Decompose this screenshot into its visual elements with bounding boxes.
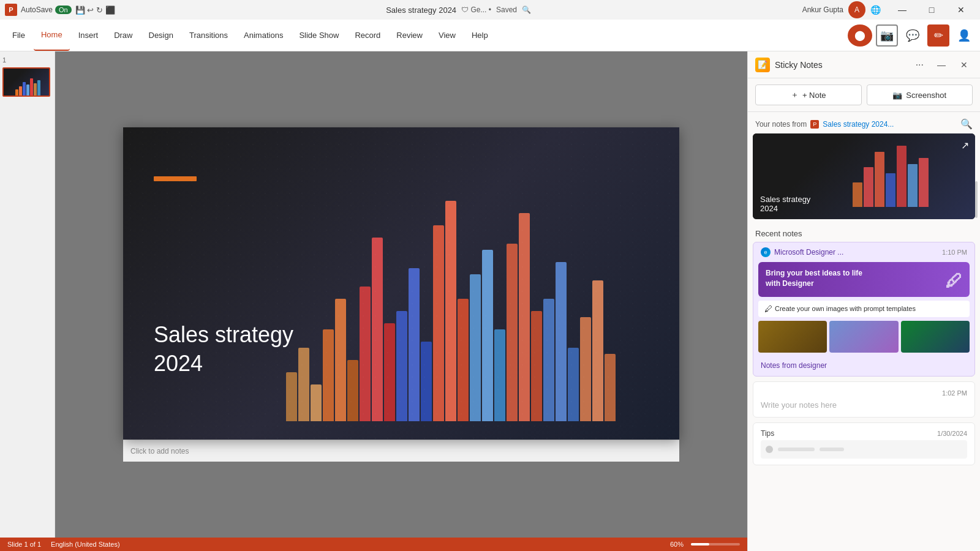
designer-images	[758, 321, 970, 353]
write-note-header: 1:02 PM	[761, 389, 967, 397]
zoom-level: 60%	[670, 541, 684, 548]
status-right: 60%	[670, 541, 740, 548]
designer-sub: 🖊 Create your own images with prompt tem…	[758, 301, 970, 317]
search-icon[interactable]: 🔍	[960, 118, 973, 130]
tab-design[interactable]: Design	[141, 20, 181, 51]
slide-thumbnail[interactable]	[2, 67, 50, 97]
document-title: Sales strategy 2024	[386, 6, 456, 15]
preview-card-title: Sales strategy 2024	[760, 195, 810, 213]
designer-banner: Bring your best ideas to life with Desig…	[758, 262, 970, 297]
autosave-toggle[interactable]: On	[55, 6, 72, 14]
designer-note-header: e Microsoft Designer ... 1:10 PM	[753, 242, 974, 262]
sticky-from-section: Your notes from P Sales strategy 2024...…	[748, 112, 980, 133]
tab-insert[interactable]: Insert	[71, 20, 106, 51]
ppt-icon-small: P	[810, 120, 819, 129]
tab-draw[interactable]: Draw	[107, 20, 140, 51]
tips-header: Tips 1/30/2024	[761, 429, 967, 438]
ppt-area: 1	[0, 51, 747, 551]
quick-access-toolbar: 💾 ↩ ↻ ⬛	[75, 6, 115, 15]
designer-note-card[interactable]: e Microsoft Designer ... 1:10 PM Bring y…	[753, 242, 975, 377]
designer-footer: Notes from designer	[753, 358, 974, 376]
bar-group-9	[580, 280, 616, 421]
slide-wrapper: Sales strategy 2024	[123, 127, 679, 440]
notes-bar[interactable]: Click to add notes	[123, 440, 679, 462]
recent-notes-label: Recent notes	[753, 224, 975, 242]
zoom-slider[interactable]	[691, 543, 740, 545]
preview-card[interactable]: Sales strategy 2024 ↗	[753, 133, 975, 219]
write-note-time: 1:02 PM	[942, 389, 967, 397]
tab-view[interactable]: View	[431, 20, 463, 51]
designer-image-1	[758, 321, 827, 353]
window-controls: — □ ✕	[888, 0, 975, 20]
tab-animations[interactable]: Animations	[236, 20, 290, 51]
ink-button[interactable]: ✏	[927, 24, 949, 47]
slide-info: Slide 1 of 1	[7, 541, 41, 548]
close-button[interactable]: ✕	[947, 0, 975, 20]
sticky-title: Sticky Notes	[775, 60, 907, 70]
restore-button[interactable]: □	[918, 0, 946, 20]
bar-group-5	[433, 201, 469, 421]
bar-chart	[281, 182, 673, 421]
sticky-actions: ＋ + Note 📷 Screenshot	[748, 78, 980, 112]
title-bar: P AutoSave On 💾 ↩ ↻ ⬛ Sales strategy 202…	[0, 0, 980, 20]
sticky-more-button[interactable]: ···	[912, 57, 927, 73]
screenshot-button[interactable]: 📷 Screenshot	[867, 84, 973, 105]
tab-file[interactable]: File	[5, 20, 32, 51]
dot-1	[766, 446, 773, 453]
sticky-minimize-button[interactable]: —	[932, 58, 951, 72]
search-icon[interactable]: 🔍	[522, 6, 531, 14]
write-note-placeholder: Write your notes here	[761, 400, 967, 410]
slide-title: Sales strategy 2024	[154, 321, 293, 378]
sticky-app-icon: 📝	[755, 58, 770, 72]
preview-expand-icon[interactable]: ↗	[961, 140, 969, 151]
tips-bar-2	[820, 448, 844, 451]
bar-group-8	[543, 262, 579, 421]
from-text: Your notes from	[755, 120, 807, 129]
bar-group-7	[507, 213, 542, 421]
title-bar-left: P AutoSave On 💾 ↩ ↻ ⬛	[5, 4, 115, 16]
title-right: Ankur Gupta A 🌐 — □ ✕	[802, 0, 975, 20]
tab-slideshow[interactable]: Slide Show	[292, 20, 346, 51]
preview-mini-chart	[853, 140, 975, 207]
bar-group-6	[470, 250, 505, 421]
tab-transitions[interactable]: Transitions	[182, 20, 235, 51]
main-area: 1	[0, 51, 980, 551]
designer-image-3	[901, 321, 970, 353]
slide-title-line1: Sales strategy	[154, 321, 293, 350]
minimize-button[interactable]: —	[888, 0, 916, 20]
save-status: Saved	[496, 6, 517, 14]
slide-title-line2: 2024	[154, 350, 293, 378]
tips-label: Tips	[761, 429, 774, 438]
tips-date: 1/30/2024	[937, 430, 967, 437]
tab-help[interactable]: Help	[464, 20, 496, 51]
comment-button[interactable]: 💬	[902, 24, 924, 47]
slide-panel: 1	[0, 51, 55, 538]
bar-group-3	[360, 238, 395, 421]
slide-content-area[interactable]: Sales strategy 2024	[55, 51, 747, 538]
tab-home[interactable]: Home	[34, 20, 70, 51]
sticky-scroll[interactable]: Sales strategy 2024 ↗ Recent notes e Mic…	[748, 133, 980, 551]
orange-accent	[154, 176, 197, 181]
designer-time: 1:10 PM	[942, 249, 967, 256]
sticky-close-button[interactable]: ✕	[956, 58, 973, 72]
avatar: A	[848, 1, 865, 18]
write-note-card[interactable]: 1:02 PM Write your notes here	[753, 381, 975, 418]
add-note-label: + Note	[802, 91, 826, 100]
ribbon-right: ⬤ 📷 💬 ✏ 👤	[848, 24, 975, 47]
tips-card[interactable]: Tips 1/30/2024	[753, 422, 975, 465]
add-note-button[interactable]: ＋ + Note	[755, 84, 862, 105]
notes-placeholder: Click to add notes	[130, 447, 189, 455]
designer-image-2	[829, 321, 898, 353]
tab-review[interactable]: Review	[389, 20, 430, 51]
record-button[interactable]: ⬤	[848, 24, 872, 47]
user-name: Ankur Gupta	[802, 6, 843, 14]
thumb-chart	[15, 74, 49, 96]
status-bar: Slide 1 of 1 English (United States) 60%	[0, 538, 747, 551]
screenshot-icon: 📷	[892, 91, 902, 100]
bar-group-1	[286, 348, 322, 421]
from-file-link[interactable]: Sales strategy 2024...	[823, 120, 894, 129]
tab-record[interactable]: Record	[347, 20, 388, 51]
slide-number: 1	[2, 56, 52, 64]
camera-button[interactable]: 📷	[876, 24, 898, 47]
presenter-button[interactable]: 👤	[953, 24, 975, 47]
